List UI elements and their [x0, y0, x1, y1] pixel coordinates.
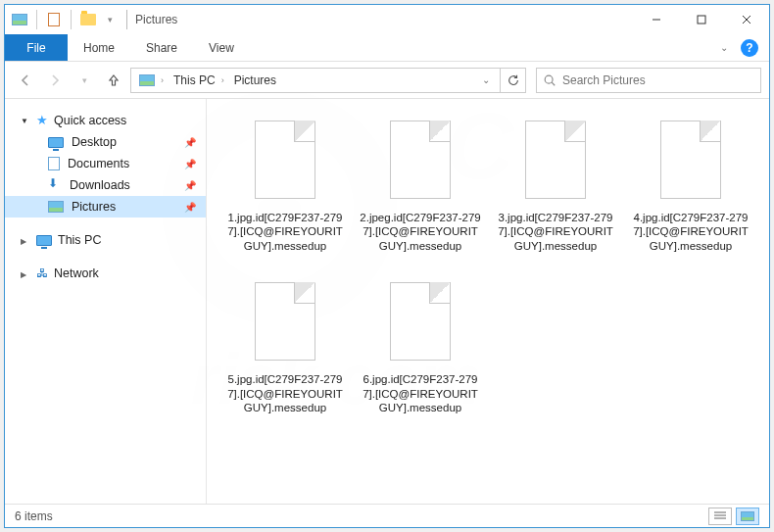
file-item[interactable]: 5.jpg.id[C279F237-2797].[ICQ@FIREYOURITG… [222, 276, 348, 414]
nav-label: Downloads [70, 178, 130, 192]
nav-network[interactable]: Network [5, 263, 206, 284]
navigation-pane: Quick access Desktop 📌 Documents 📌 Downl… [5, 99, 207, 504]
file-name: 2.jpeg.id[C279F237-2797].[ICQ@FIREYOURIT… [359, 211, 482, 253]
nav-item-documents[interactable]: Documents 📌 [5, 153, 206, 174]
document-icon [48, 157, 60, 170]
breadcrumb-segment-pictures[interactable]: Pictures [230, 72, 282, 89]
tab-view[interactable]: View [193, 34, 250, 61]
search-input[interactable] [562, 73, 754, 87]
file-item[interactable]: 1.jpg.id[C279F237-2797].[ICQ@FIREYOURITG… [222, 115, 348, 253]
separator [126, 10, 127, 29]
blank-file-icon [249, 115, 321, 205]
ribbon-expand-icon[interactable]: ⌄ [712, 34, 736, 61]
star-icon [36, 113, 48, 127]
thumbnails-view-button[interactable] [736, 508, 759, 525]
search-icon [543, 73, 556, 87]
help-button[interactable]: ? [736, 34, 763, 61]
explorer-window: ▾ Pictures File Home Share View ⌄ ? ▾ › … [4, 4, 770, 528]
file-name: 5.jpg.id[C279F237-2797].[ICQ@FIREYOURITG… [223, 372, 347, 414]
folder-icon[interactable] [79, 11, 97, 28]
pin-icon: 📌 [184, 202, 196, 213]
breadcrumb-dropdown-icon[interactable]: ⌄ [476, 74, 496, 85]
pin-icon: 📌 [184, 159, 196, 169]
file-name: 4.jpg.id[C279F237-2797].[ICQ@FIREYOURITG… [629, 211, 752, 253]
file-name: 1.jpg.id[C279F237-2797].[ICQ@FIREYOURITG… [223, 211, 347, 253]
help-icon: ? [741, 39, 758, 57]
nav-item-pictures[interactable]: Pictures 📌 [5, 196, 206, 218]
nav-quick-access[interactable]: Quick access [5, 109, 206, 131]
nav-label: Pictures [72, 200, 116, 214]
maximize-button[interactable] [679, 5, 724, 34]
file-item[interactable]: 6.jpg.id[C279F237-2797].[ICQ@FIREYOURITG… [358, 276, 483, 414]
nav-label: Desktop [72, 135, 117, 149]
separator [71, 10, 72, 29]
nav-label: This PC [58, 233, 101, 247]
chevron-right-icon[interactable] [21, 235, 30, 246]
nav-this-pc[interactable]: This PC [5, 229, 206, 251]
blank-file-icon [384, 276, 457, 366]
tab-share[interactable]: Share [130, 34, 193, 61]
breadcrumb-segment-this-pc[interactable]: This PC› [169, 72, 230, 89]
svg-line-10 [552, 82, 555, 85]
refresh-button[interactable] [501, 68, 526, 93]
download-icon [48, 178, 62, 192]
file-item[interactable]: 2.jpeg.id[C279F237-2797].[ICQ@FIREYOURIT… [358, 115, 483, 253]
file-tab[interactable]: File [5, 34, 68, 61]
nav-label: Network [54, 266, 99, 280]
properties-icon[interactable] [45, 11, 63, 28]
svg-rect-6 [698, 16, 705, 24]
up-button[interactable] [101, 68, 126, 93]
file-item[interactable]: 3.jpg.id[C279F237-2797].[ICQ@FIREYOURITG… [493, 115, 618, 253]
chevron-right-icon[interactable] [21, 268, 30, 279]
network-icon [36, 266, 48, 280]
file-name: 3.jpg.id[C279F237-2797].[ICQ@FIREYOURITG… [494, 211, 617, 253]
nav-item-desktop[interactable]: Desktop 📌 [5, 131, 206, 153]
recent-locations-button[interactable]: ▾ [72, 68, 97, 93]
chevron-down-icon[interactable] [21, 115, 30, 125]
breadcrumb-label: Pictures [234, 73, 276, 87]
search-box[interactable] [536, 68, 761, 93]
svg-point-9 [545, 75, 553, 83]
close-button[interactable] [724, 5, 769, 34]
window-title: Pictures [135, 13, 177, 26]
picture-icon [48, 201, 64, 213]
minimize-button[interactable] [634, 5, 679, 34]
pin-icon: 📌 [184, 137, 196, 148]
pin-icon: 📌 [184, 180, 196, 191]
breadcrumb[interactable]: › This PC› Pictures ⌄ [130, 68, 501, 93]
details-view-button[interactable] [708, 508, 732, 525]
separator [36, 10, 37, 29]
file-item[interactable]: 4.jpg.id[C279F237-2797].[ICQ@FIREYOURITG… [628, 115, 753, 253]
back-button[interactable] [13, 68, 38, 93]
blank-file-icon [249, 276, 321, 366]
forward-button[interactable] [42, 68, 68, 93]
tab-home[interactable]: Home [68, 34, 130, 61]
blank-file-icon [519, 115, 592, 205]
qat-dropdown-icon[interactable]: ▾ [101, 11, 119, 28]
item-count: 6 items [15, 509, 53, 523]
address-bar-row: ▾ › This PC› Pictures ⌄ [5, 62, 769, 99]
nav-label: Quick access [54, 114, 126, 127]
desktop-icon [48, 137, 64, 148]
blank-file-icon [654, 115, 727, 205]
breadcrumb-label: This PC [173, 73, 216, 87]
pc-icon [36, 235, 52, 246]
file-name: 6.jpg.id[C279F237-2797].[ICQ@FIREYOURITG… [359, 372, 482, 414]
nav-label: Documents [68, 157, 129, 170]
ribbon-tabs: File Home Share View ⌄ ? [5, 34, 769, 62]
quick-access-toolbar: ▾ [11, 10, 119, 29]
titlebar: ▾ Pictures [5, 5, 769, 34]
app-icon [11, 11, 28, 28]
nav-item-downloads[interactable]: Downloads 📌 [5, 174, 206, 196]
blank-file-icon [384, 115, 457, 205]
status-bar: 6 items [5, 504, 769, 527]
breadcrumb-root-icon[interactable]: › [135, 73, 169, 88]
file-list[interactable]: 1.jpg.id[C279F237-2797].[ICQ@FIREYOURITG… [207, 99, 769, 504]
